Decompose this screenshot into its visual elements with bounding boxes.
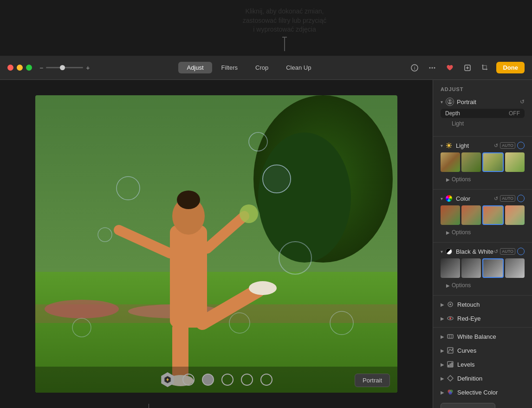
tab-crop[interactable]: Crop <box>247 62 277 73</box>
bw-thumb-4[interactable] <box>505 258 525 278</box>
svg-rect-53 <box>448 365 449 367</box>
nav-tabs: Adjust Filters Crop Clean Up <box>178 62 319 73</box>
redeye-row[interactable]: ▶ Red-Eye <box>437 311 528 325</box>
tab-cleanup[interactable]: Clean Up <box>278 62 319 73</box>
maximize-button[interactable] <box>26 65 32 71</box>
brightness-slider[interactable] <box>46 67 83 68</box>
portrait-row[interactable]: ▾ Portrait ↺ <box>437 96 528 108</box>
bw-toggle[interactable] <box>517 248 525 255</box>
bw-thumb-2[interactable] <box>461 258 481 278</box>
light-controls: ↺ AUTO <box>494 142 525 149</box>
svg-point-34 <box>449 100 451 102</box>
more-button[interactable] <box>426 61 439 74</box>
titlebar: − + Adjust Filters Crop Clean Up i <box>0 56 532 80</box>
color-header[interactable]: ▾ Color ↺ AUTO <box>437 191 528 205</box>
favorite-button[interactable] <box>443 61 456 74</box>
redeye-chevron: ▶ <box>441 316 444 321</box>
light-icon <box>445 141 453 150</box>
color-section: ▾ Color ↺ AUTO ▶ Options <box>433 191 532 240</box>
redeye-section: ▶ Red-Eye <box>433 311 532 325</box>
mode-circle-2[interactable] <box>202 374 214 386</box>
portrait-light-sub: Light <box>437 119 528 131</box>
brightness-decrease[interactable]: − <box>39 64 43 72</box>
mode-circle-4[interactable] <box>241 374 253 386</box>
light-options-label: Options <box>452 176 471 183</box>
svg-line-41 <box>450 147 451 148</box>
mode-circle-3[interactable] <box>221 374 234 386</box>
divider-2 <box>433 189 532 190</box>
brightness-control: − + <box>39 64 90 72</box>
light-header[interactable]: ▾ Light ↺ <box>437 138 528 152</box>
annotation-line <box>149 404 149 408</box>
light-auto-badge[interactable]: AUTO <box>500 142 515 149</box>
retouch-row[interactable]: ▶ Retouch <box>437 297 528 311</box>
main-content: Portrait Narzędzia dostosowania ADJUST ▾ <box>0 80 532 408</box>
color-auto-badge[interactable]: AUTO <box>500 195 515 202</box>
depth-value: OFF <box>509 110 520 117</box>
bw-header[interactable]: ▾ Black & White ↺ AUTO <box>437 244 528 258</box>
bw-thumb-1[interactable] <box>441 258 460 278</box>
bw-thumb-3[interactable] <box>482 258 504 278</box>
mode-circle-5[interactable] <box>260 374 272 386</box>
color-thumb-3[interactable] <box>482 205 504 225</box>
depth-row[interactable]: Depth OFF <box>441 109 525 118</box>
crop-button[interactable] <box>479 61 492 74</box>
done-button[interactable]: Done <box>496 62 525 73</box>
definition-row[interactable]: ▶ Definition <box>437 371 528 385</box>
portrait-reset-icon[interactable]: ↺ <box>520 99 525 105</box>
definition-label: Definition <box>457 375 525 382</box>
depth-label: Depth <box>445 110 509 117</box>
light-thumb-4[interactable] <box>505 152 525 172</box>
bw-auto-badge[interactable]: AUTO <box>500 248 515 255</box>
color-thumbs <box>437 205 528 228</box>
reset-adjustments-button[interactable]: Reset Adjustments <box>441 403 495 408</box>
color-reset-icon[interactable]: ↺ <box>494 196 498 202</box>
selective-row[interactable]: ▶ Selective Color <box>437 385 528 399</box>
color-options-row[interactable]: ▶ Options <box>437 228 528 238</box>
selective-section: ▶ Selective Color <box>433 385 532 399</box>
light-thumb-2[interactable] <box>461 152 481 172</box>
light-toggle[interactable] <box>517 142 525 149</box>
svg-point-18 <box>240 204 258 223</box>
color-thumb-1[interactable] <box>441 205 460 225</box>
brightness-increase[interactable]: + <box>86 64 90 72</box>
bw-reset-icon[interactable]: ↺ <box>494 249 498 255</box>
bw-icon <box>445 247 453 256</box>
svg-text:i: i <box>414 66 415 71</box>
tab-adjust[interactable]: Adjust <box>178 62 212 73</box>
color-label: Color <box>456 195 494 202</box>
portrait-section: ▾ Portrait ↺ Depth OFF Light <box>433 96 532 134</box>
light-reset-icon[interactable]: ↺ <box>494 143 498 149</box>
retouch-section: ▶ Retouch <box>433 297 532 311</box>
info-button[interactable]: i <box>408 61 421 74</box>
color-thumb-2[interactable] <box>461 205 481 225</box>
bw-options-row[interactable]: ▶ Options <box>437 281 528 291</box>
svg-point-45 <box>449 303 451 305</box>
share-button[interactable] <box>461 61 474 74</box>
bw-section: ▾ Black & White ↺ AUTO ▶ Options <box>433 244 532 293</box>
light-options-row[interactable]: ▶ Options <box>437 175 528 185</box>
color-thumb-4[interactable] <box>505 205 525 225</box>
close-button[interactable] <box>7 65 13 71</box>
curves-row[interactable]: ▶ Curves <box>437 343 528 357</box>
mode-circle-1[interactable] <box>182 374 195 386</box>
light-thumb-3[interactable] <box>482 152 504 172</box>
svg-point-3 <box>432 67 433 68</box>
light-thumb-1[interactable] <box>441 152 460 172</box>
tab-filters[interactable]: Filters <box>213 62 246 73</box>
panel-header: ADJUST <box>433 80 532 96</box>
whitebalance-row[interactable]: ▶ White Balance <box>437 329 528 343</box>
whitebalance-section: ▶ White Balance <box>433 329 532 343</box>
redeye-icon <box>446 314 454 322</box>
levels-section: ▶ Levels <box>433 357 532 371</box>
portrait-button[interactable]: Portrait <box>355 374 390 387</box>
divider-1 <box>433 136 532 137</box>
color-chevron: ▾ <box>441 196 443 201</box>
minimize-button[interactable] <box>17 65 23 71</box>
levels-label: Levels <box>457 361 525 368</box>
levels-chevron: ▶ <box>441 362 444 367</box>
bottom-annotation: Narzędzia dostosowania <box>116 404 182 408</box>
levels-row[interactable]: ▶ Levels <box>437 357 528 371</box>
color-toggle[interactable] <box>517 195 525 202</box>
hexagon-icon[interactable] <box>160 372 175 387</box>
